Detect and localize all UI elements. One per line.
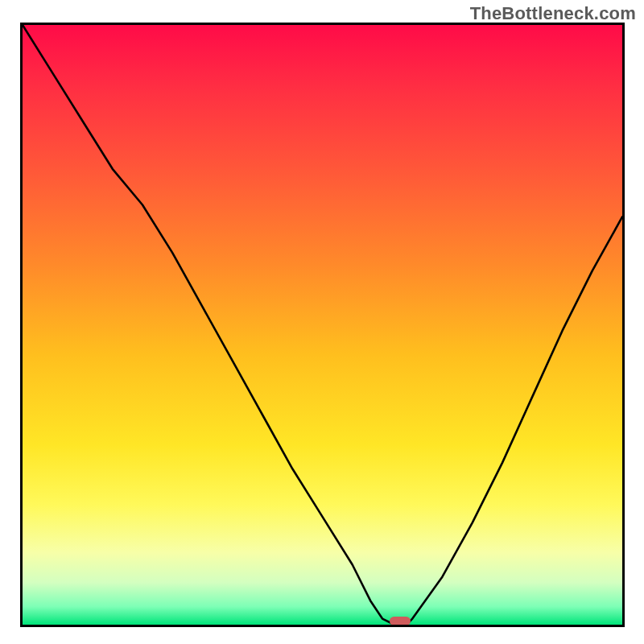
watermark-text: TheBottleneck.com xyxy=(470,3,636,24)
bottleneck-curve xyxy=(23,25,622,625)
plot-area xyxy=(20,23,625,627)
chart-container: TheBottleneck.com xyxy=(0,0,644,644)
minimum-marker xyxy=(390,617,411,626)
